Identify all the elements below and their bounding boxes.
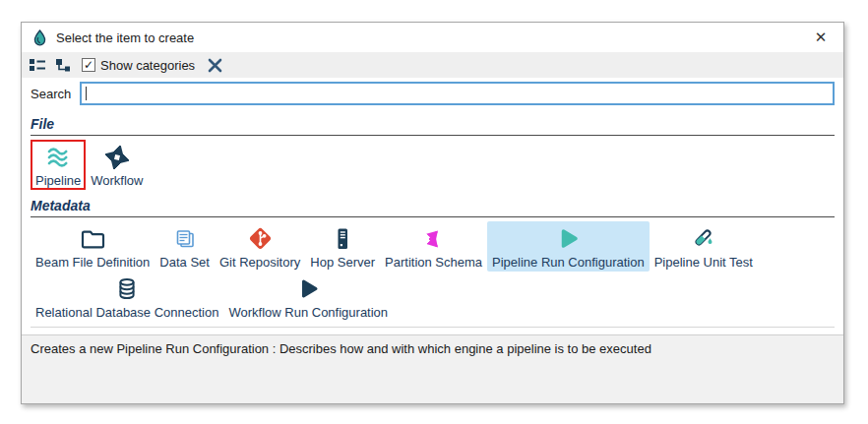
- titlebar: Select the item to create ✕: [22, 23, 843, 52]
- file-items-row: Pipeline Workf: [22, 136, 843, 192]
- item-workflow[interactable]: Workflow: [86, 140, 148, 190]
- item-relational-database-connection[interactable]: Relational Database Connection: [31, 272, 223, 322]
- section-heading-metadata: Metadata: [22, 192, 843, 216]
- item-hop-server[interactable]: Hop Server: [305, 221, 380, 272]
- item-workflow-run-configuration[interactable]: Workflow Run Configuration: [223, 272, 393, 322]
- create-item-dialog: Select the item to create ✕ ✓ Show categ…: [21, 22, 844, 404]
- metadata-bottom-rule: [31, 327, 835, 328]
- item-partition-schema[interactable]: Partition Schema: [380, 221, 487, 272]
- tree-view-icon[interactable]: [55, 56, 71, 74]
- workflow-icon: [103, 144, 130, 170]
- search-box: [80, 82, 835, 105]
- item-label: Hop Server: [310, 255, 375, 270]
- data-sheet-icon: [171, 225, 198, 252]
- show-categories-label: Show categories: [100, 58, 195, 73]
- pipeline-icon: [45, 144, 72, 170]
- server-icon: [330, 225, 356, 252]
- item-label: Workflow Run Configuration: [228, 305, 388, 320]
- status-bar: Creates a new Pipeline Run Configuration…: [22, 334, 843, 403]
- metadata-items-row: Beam File Definition Data Set: [22, 217, 843, 324]
- play-navy-icon: [295, 275, 322, 302]
- section-heading-file: File: [22, 110, 843, 135]
- dialog-title: Select the item to create: [56, 30, 194, 45]
- search-row: Search: [22, 78, 843, 110]
- git-icon: [247, 225, 274, 252]
- item-label: Beam File Definition: [35, 255, 150, 270]
- close-icon[interactable]: ✕: [810, 27, 832, 48]
- text-caret: [86, 87, 87, 100]
- item-data-set[interactable]: Data Set: [155, 221, 215, 272]
- folder-icon: [80, 225, 106, 252]
- test-tube-icon: [690, 225, 716, 252]
- toolbar: ✓ Show categories: [22, 52, 843, 78]
- item-beam-file-definition[interactable]: Beam File Definition: [31, 221, 155, 272]
- item-pipeline-unit-test[interactable]: Pipeline Unit Test: [650, 221, 758, 272]
- list-view-icon[interactable]: [29, 56, 46, 74]
- item-git-repository[interactable]: Git Repository: [215, 221, 305, 272]
- status-text: Creates a new Pipeline Run Configuration…: [31, 341, 651, 356]
- play-teal-icon: [555, 225, 582, 252]
- item-label: Workflow: [91, 173, 143, 188]
- database-icon: [114, 275, 141, 302]
- item-label: Pipeline: [35, 173, 81, 188]
- checkbox-check-icon[interactable]: ✓: [82, 58, 95, 72]
- hop-logo-icon: [32, 30, 47, 46]
- item-label: Relational Database Connection: [35, 305, 218, 320]
- item-label: Git Repository: [219, 255, 300, 270]
- search-label: Search: [31, 87, 71, 101]
- item-label: Data Set: [159, 255, 210, 270]
- split-arrows-icon: [420, 225, 447, 252]
- item-label: Partition Schema: [385, 255, 482, 270]
- item-pipeline[interactable]: Pipeline: [31, 140, 86, 190]
- search-input[interactable]: [82, 84, 833, 103]
- item-label: Pipeline Unit Test: [654, 255, 753, 270]
- item-label: Pipeline Run Configuration: [492, 255, 645, 270]
- item-pipeline-run-configuration[interactable]: Pipeline Run Configuration: [487, 221, 650, 272]
- show-categories-checkbox[interactable]: ✓ Show categories: [82, 58, 195, 73]
- clear-search-icon[interactable]: [208, 56, 222, 74]
